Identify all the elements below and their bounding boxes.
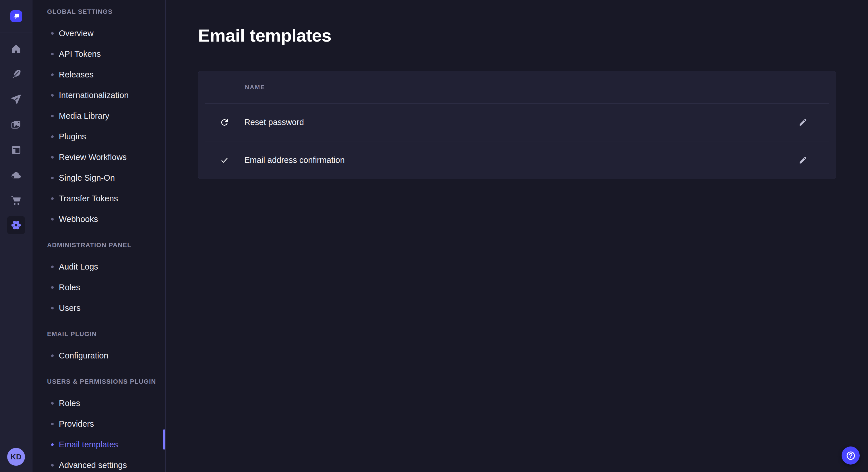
nav-section-email-plugin: EMAIL PLUGINConfiguration	[33, 324, 165, 366]
sidebar-item-label: Internationalization	[59, 91, 129, 100]
sidebar-item-releases[interactable]: Releases	[33, 64, 165, 85]
sidebar-item-label: API Tokens	[59, 49, 101, 59]
section-heading: EMAIL PLUGIN	[33, 324, 165, 345]
sidebar-item-users[interactable]: Users	[33, 298, 165, 318]
bullet-icon	[51, 423, 54, 425]
bullet-icon	[51, 197, 54, 200]
main-nav	[0, 43, 32, 234]
nav-home[interactable]	[10, 43, 22, 55]
strapi-logo-button[interactable]	[10, 10, 23, 23]
media-library-icon	[10, 119, 22, 131]
sidebar-item-label: Configuration	[59, 351, 108, 361]
sidebar-item-label: Releases	[59, 70, 94, 79]
sidebar-item-api-tokens[interactable]: API Tokens	[33, 43, 165, 64]
bullet-icon	[51, 135, 54, 138]
bullet-icon	[51, 177, 54, 179]
sidebar-scrollbar-thumb[interactable]	[163, 429, 165, 450]
nav-section-global-settings: GLOBAL SETTINGSOverviewAPI TokensRelease…	[33, 1, 165, 229]
column-header-name: NAME	[245, 84, 265, 91]
bullet-icon	[51, 115, 54, 117]
edit-button[interactable]	[799, 156, 808, 165]
cloud-icon	[10, 169, 22, 181]
cart-icon	[10, 195, 22, 206]
sidebar-item-label: Single Sign-On	[59, 173, 115, 183]
sidebar-item-media-library[interactable]: Media Library	[33, 105, 165, 126]
bullet-icon	[51, 73, 54, 76]
feather-icon	[10, 69, 22, 80]
nav-cart[interactable]	[10, 195, 22, 206]
sidebar-item-configuration[interactable]: Configuration	[33, 345, 165, 366]
sidebar-item-label: Audit Logs	[59, 262, 98, 272]
question-icon	[846, 450, 856, 461]
table-row[interactable]: Reset password	[198, 103, 836, 141]
sidebar-item-roles[interactable]: Roles	[33, 277, 165, 298]
sidebar-item-plugins[interactable]: Plugins	[33, 126, 165, 147]
sidebar-item-label: Transfer Tokens	[59, 194, 118, 203]
bullet-icon	[51, 32, 54, 35]
email-templates-table: NAME Reset passwordEmail address confirm…	[198, 71, 836, 179]
sidebar-item-label: Users	[59, 303, 81, 313]
settings-sidebar: GLOBAL SETTINGSOverviewAPI TokensRelease…	[33, 0, 166, 472]
pencil-icon	[799, 156, 807, 165]
sidebar-item-email-templates[interactable]: Email templates	[33, 434, 165, 455]
refresh-icon	[220, 118, 229, 127]
user-avatar[interactable]: KD	[7, 448, 25, 466]
sidebar-item-internationalization[interactable]: Internationalization	[33, 85, 165, 105]
section-heading: ADMINISTRATION PANEL	[33, 235, 165, 256]
bullet-icon	[51, 443, 54, 446]
gear-icon	[10, 220, 22, 231]
nav-section-administration-panel: ADMINISTRATION PANELAudit LogsRolesUsers	[33, 235, 165, 318]
nav-layout[interactable]	[10, 144, 22, 156]
bullet-icon	[51, 218, 54, 221]
sidebar-item-label: Email templates	[59, 440, 118, 449]
sidebar-item-single-sign-on[interactable]: Single Sign-On	[33, 167, 165, 188]
sidebar-item-label: Roles	[59, 283, 80, 292]
table-header-row: NAME	[198, 71, 836, 103]
sidebar-item-label: Webhooks	[59, 214, 98, 224]
layout-icon	[10, 144, 22, 156]
main-nav-rail: KD	[0, 0, 32, 472]
check-icon	[220, 156, 229, 165]
sidebar-item-webhooks[interactable]: Webhooks	[33, 209, 165, 229]
sidebar-item-overview[interactable]: Overview	[33, 23, 165, 43]
template-name: Email address confirmation	[244, 156, 345, 165]
pencil-icon	[799, 118, 807, 127]
bullet-icon	[51, 266, 54, 268]
help-button[interactable]	[842, 446, 860, 465]
sidebar-item-audit-logs[interactable]: Audit Logs	[33, 256, 165, 277]
table-row[interactable]: Email address confirmation	[198, 141, 836, 179]
sidebar-item-advanced-settings[interactable]: Advanced settings	[33, 455, 165, 472]
nav-media[interactable]	[10, 119, 22, 131]
home-icon	[10, 43, 22, 55]
bullet-icon	[51, 286, 54, 289]
sidebar-item-providers[interactable]: Providers	[33, 413, 165, 434]
section-heading: GLOBAL SETTINGS	[33, 1, 165, 23]
sidebar-item-review-workflows[interactable]: Review Workflows	[33, 147, 165, 167]
sidebar-item-label: Providers	[59, 419, 94, 429]
sidebar-item-roles[interactable]: Roles	[33, 393, 165, 413]
bullet-icon	[51, 355, 54, 357]
bullet-icon	[51, 307, 54, 309]
sidebar-item-label: Roles	[59, 399, 80, 408]
section-heading: USERS & PERMISSIONS PLUGIN	[33, 371, 165, 393]
edit-button[interactable]	[799, 117, 808, 127]
sidebar-item-label: Overview	[59, 29, 94, 38]
bullet-icon	[51, 464, 54, 467]
bullet-icon	[51, 53, 54, 55]
strapi-logo-icon	[10, 10, 23, 23]
sidebar-item-label: Plugins	[59, 132, 86, 141]
nav-feather[interactable]	[10, 69, 22, 80]
nav-gear[interactable]	[7, 216, 25, 234]
email-templates-table-body: Reset passwordEmail address confirmation	[198, 103, 836, 179]
bullet-icon	[51, 94, 54, 97]
nav-cloud[interactable]	[10, 169, 22, 181]
sidebar-item-transfer-tokens[interactable]: Transfer Tokens	[33, 188, 165, 209]
main-content: Email templates NAME Reset passwordEmail…	[166, 0, 868, 472]
bullet-icon	[51, 156, 54, 159]
sidebar-item-label: Media Library	[59, 111, 110, 121]
template-name: Reset password	[244, 117, 304, 127]
bullet-icon	[51, 402, 54, 405]
nav-paper-plane[interactable]	[10, 94, 22, 105]
sidebar-item-label: Review Workflows	[59, 153, 127, 162]
paper-plane-icon	[10, 94, 22, 105]
